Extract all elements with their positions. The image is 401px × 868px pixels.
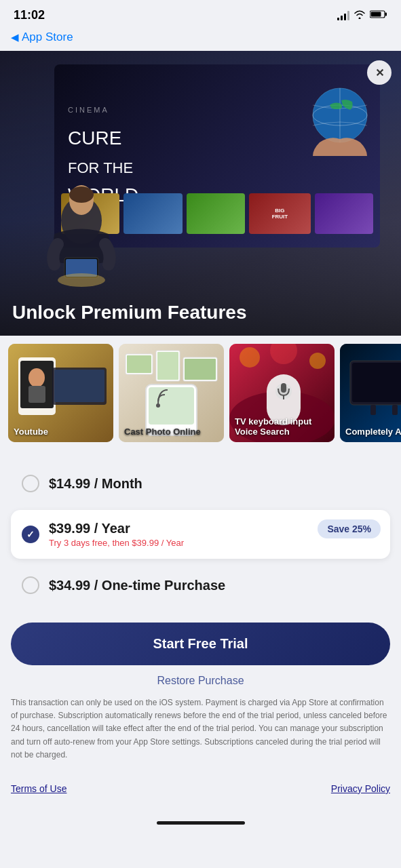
feature-card-cast[interactable]: Cast Photo Online	[119, 344, 224, 442]
save-badge: Save 25%	[318, 519, 381, 538]
svg-rect-19	[54, 370, 104, 402]
feature-card-youtube[interactable]: Youtube	[8, 344, 113, 442]
pricing-monthly-text: $14.99 / Month	[49, 476, 379, 492]
pricing-onetime-text: $34.99 / One-time Purchase	[49, 578, 379, 593]
checkmark-icon: ✓	[26, 529, 35, 540]
svg-rect-24	[157, 352, 178, 380]
back-icon: ◀	[11, 31, 19, 43]
svg-rect-2	[371, 12, 381, 16]
svg-rect-22	[127, 355, 151, 373]
feature-card-keyboard[interactable]: TV keyboard input Voice Search	[229, 344, 335, 442]
start-trial-button[interactable]: Start Free Trial	[11, 623, 390, 665]
feature-adfree-label: Completely Ad-Free	[345, 427, 401, 437]
svg-point-9	[69, 186, 94, 203]
tv-thumb-4: BIGFRUIT	[249, 193, 310, 234]
svg-point-16	[28, 368, 45, 387]
tv-thumb-5	[315, 193, 373, 234]
status-bar: 11:02	[0, 0, 401, 28]
privacy-policy-link[interactable]: Privacy Policy	[331, 783, 390, 794]
svg-rect-44	[392, 405, 398, 415]
pricing-onetime-label: $34.99 / One-time Purchase	[49, 578, 379, 593]
home-bar	[157, 821, 245, 825]
title-cure: CURE	[68, 127, 121, 149]
battery-icon	[370, 9, 387, 22]
svg-rect-43	[370, 405, 376, 415]
feature-carousel[interactable]: Youtube Cast Photo O	[0, 336, 401, 450]
svg-point-12	[58, 273, 105, 287]
tv-thumb-3	[187, 193, 245, 234]
cta-section: Start Free Trial Restore Purchase	[0, 612, 401, 696]
legal-text: This transaction can only be used on the…	[11, 696, 390, 762]
legal-links: Terms of Use Privacy Policy	[0, 772, 401, 814]
feature-card-adfree[interactable]: Completely Ad-Free	[340, 344, 401, 442]
svg-rect-38	[281, 383, 286, 393]
svg-rect-26	[185, 359, 216, 380]
feature-youtube-label: Youtube	[14, 427, 108, 437]
feature-cast-label: Cast Photo Online	[124, 427, 218, 437]
wifi-icon	[354, 9, 366, 22]
pricing-onetime[interactable]: $34.99 / One-time Purchase	[11, 566, 390, 605]
status-icons	[337, 9, 387, 22]
home-indicator	[0, 814, 401, 835]
svg-point-32	[240, 347, 260, 368]
radio-monthly	[22, 475, 39, 492]
pricing-monthly-label: $14.99 / Month	[49, 476, 379, 492]
feature-keyboard-label: TV keyboard input Voice Search	[235, 416, 329, 437]
pricing-yearly[interactable]: ✓ $39.99 / Year Try 3 days free, then $3…	[11, 510, 390, 559]
svg-rect-17	[28, 386, 45, 403]
pricing-section: $14.99 / Month ✓ $39.99 / Year Try 3 day…	[0, 450, 401, 605]
title-for: FOR THE	[68, 159, 133, 176]
status-time: 11:02	[14, 8, 45, 22]
radio-onetime	[22, 576, 39, 594]
svg-rect-28	[149, 387, 194, 425]
app-store-nav[interactable]: ◀ App Store	[0, 28, 401, 51]
hero-section: CINEMA CURE FOR THE WORLD BIGFRUIT	[0, 51, 401, 336]
restore-purchase-link[interactable]: Restore Purchase	[11, 665, 390, 696]
radio-yearly: ✓	[22, 526, 39, 543]
close-button[interactable]: ✕	[367, 60, 392, 85]
hero-title: Unlock Premium Features	[12, 302, 246, 323]
svg-point-34	[309, 353, 326, 369]
back-button[interactable]: ◀ App Store	[11, 31, 390, 44]
signal-icon	[337, 11, 349, 20]
person-silhouette	[20, 180, 142, 288]
svg-rect-42	[352, 363, 401, 402]
svg-point-29	[156, 403, 160, 408]
svg-rect-1	[385, 12, 387, 16]
legal-section: This transaction can only be used on the…	[0, 696, 401, 772]
terms-of-use-link[interactable]: Terms of Use	[11, 783, 66, 794]
close-icon: ✕	[375, 66, 384, 79]
back-label: App Store	[22, 31, 73, 44]
pricing-monthly[interactable]: $14.99 / Month	[11, 464, 390, 503]
pricing-yearly-sublabel: Try 3 days free, then $39.99 / Year	[49, 538, 379, 548]
